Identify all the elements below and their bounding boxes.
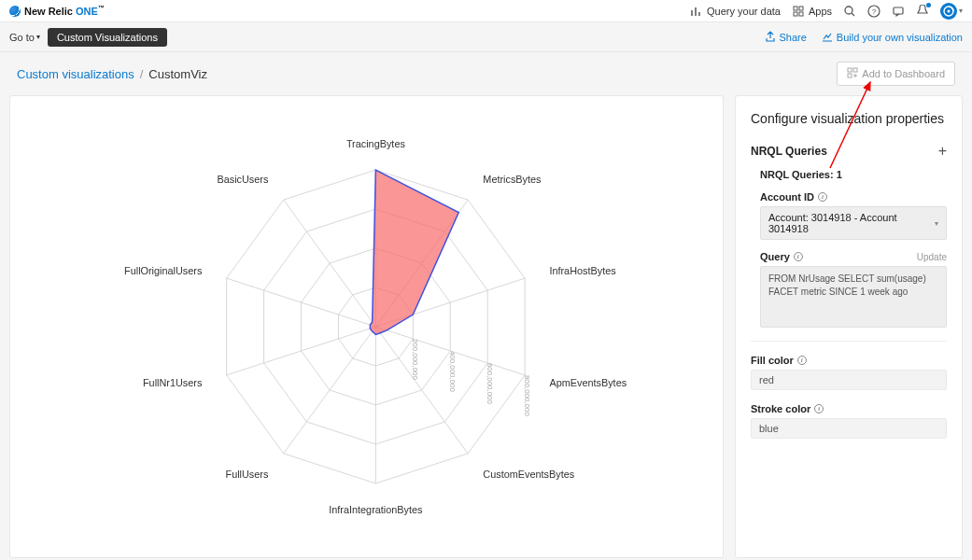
breadcrumb-parent-link[interactable]: Custom visualizations xyxy=(17,67,134,81)
svg-rect-1 xyxy=(799,7,803,10)
account-id-label: Account IDi xyxy=(760,191,947,203)
svg-rect-11 xyxy=(853,68,857,72)
svg-text:BasicUsers: BasicUsers xyxy=(217,174,268,185)
chevron-down-icon: ▾ xyxy=(36,33,40,41)
svg-rect-3 xyxy=(799,12,803,16)
svg-line-25 xyxy=(284,327,376,454)
radar-chart-panel: TracingBytesMetricsBytesInfraHostBytesAp… xyxy=(9,95,724,558)
svg-rect-12 xyxy=(848,74,852,77)
svg-point-9 xyxy=(948,9,951,12)
notifications-icon[interactable] xyxy=(916,5,929,18)
svg-text:400,000,000: 400,000,000 xyxy=(448,351,457,392)
svg-rect-2 xyxy=(794,12,797,16)
fill-color-label: Fill colori xyxy=(751,355,947,366)
build-viz-link[interactable]: Build your own visualization xyxy=(822,31,963,44)
newrelic-logo-icon xyxy=(9,6,21,17)
search-icon[interactable] xyxy=(843,5,856,18)
breadcrumb-separator: / xyxy=(140,67,144,81)
svg-text:CustomEventsBytes: CustomEventsBytes xyxy=(483,469,574,480)
nrql-count: NRQL Queries: 1 xyxy=(760,169,947,180)
svg-line-31 xyxy=(284,200,376,327)
user-menu[interactable]: ▾ xyxy=(940,3,963,20)
share-icon xyxy=(765,31,776,44)
config-title: Configure visualization properties xyxy=(751,111,947,126)
svg-text:MetricsBytes: MetricsBytes xyxy=(483,174,542,185)
help-icon[interactable]: ? xyxy=(867,5,880,18)
update-query-link[interactable]: Update xyxy=(917,252,947,262)
info-icon[interactable]: i xyxy=(794,252,803,261)
breadcrumb: Custom visualizations / CustomViz xyxy=(17,67,207,81)
fill-color-input[interactable]: red xyxy=(751,370,947,390)
query-textarea[interactable]: FROM NrUsage SELECT sum(usage) FACET met… xyxy=(760,266,947,328)
info-icon[interactable]: i xyxy=(797,356,807,365)
dashboard-add-icon xyxy=(847,67,858,80)
svg-rect-10 xyxy=(848,68,852,72)
svg-text:FullOriginalUsers: FullOriginalUsers xyxy=(124,265,203,276)
svg-rect-0 xyxy=(794,7,797,10)
svg-text:InfraIntegrationBytes: InfraIntegrationBytes xyxy=(329,504,423,515)
svg-text:ApmEventsBytes: ApmEventsBytes xyxy=(549,377,627,388)
svg-rect-7 xyxy=(894,7,903,14)
feedback-icon[interactable] xyxy=(892,5,905,18)
svg-text:InfraHostBytes: InfraHostBytes xyxy=(549,265,616,276)
go-to-menu[interactable]: Go to▾ xyxy=(9,32,40,43)
chevron-down-icon: ▾ xyxy=(959,7,963,15)
stroke-color-input[interactable]: blue xyxy=(751,418,947,439)
info-icon[interactable]: i xyxy=(814,404,824,413)
info-icon[interactable]: i xyxy=(818,192,827,202)
query-label: Queryi xyxy=(760,251,803,262)
chart-icon xyxy=(690,5,703,18)
svg-text:600,000,000: 600,000,000 xyxy=(486,363,494,404)
config-panel: Configure visualization properties NRQL … xyxy=(735,95,963,558)
add-query-button[interactable]: + xyxy=(938,143,947,160)
svg-point-4 xyxy=(845,7,852,14)
brand[interactable]: New Relic ONE™ xyxy=(9,5,105,17)
user-avatar-icon xyxy=(940,3,957,20)
svg-text:200,000,000: 200,000,000 xyxy=(411,339,419,380)
share-link[interactable]: Share xyxy=(765,31,807,44)
query-your-data-link[interactable]: Query your data xyxy=(690,5,781,18)
nrql-section-label: NRQL Queries xyxy=(751,145,827,158)
chart-icon xyxy=(822,31,833,44)
svg-text:?: ? xyxy=(872,7,877,16)
chevron-down-icon: ▾ xyxy=(935,219,938,228)
apps-grid-icon xyxy=(792,5,805,18)
breadcrumb-current: CustomViz xyxy=(148,67,207,81)
stroke-color-label: Stroke colori xyxy=(751,403,947,414)
brand-text: New Relic ONE™ xyxy=(24,5,105,17)
add-to-dashboard-button[interactable]: Add to Dashboard xyxy=(837,62,955,86)
account-select[interactable]: Account: 3014918 - Account 3014918 ▾ xyxy=(760,206,947,240)
svg-text:FullNr1Users: FullNr1Users xyxy=(143,377,203,388)
svg-text:FullUsers: FullUsers xyxy=(226,469,269,480)
svg-text:800,000,000: 800,000,000 xyxy=(523,375,531,416)
svg-text:TracingBytes: TracingBytes xyxy=(346,138,406,149)
custom-visualizations-pill[interactable]: Custom Visualizations xyxy=(48,28,167,47)
apps-link[interactable]: Apps xyxy=(792,5,832,18)
